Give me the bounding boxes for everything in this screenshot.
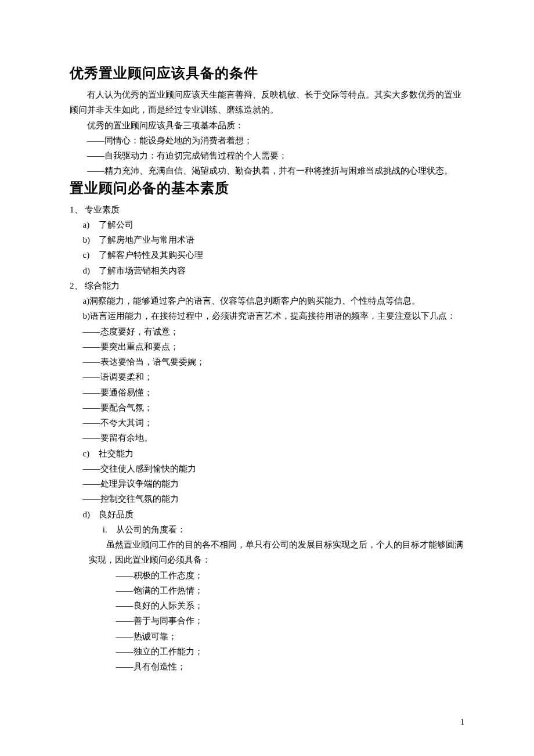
social-point-2: ——处理异议争端的能力 [70,476,464,491]
item-1a: a)了解公司 [70,217,464,232]
lang-point-4: ——语调要柔和； [70,369,464,384]
trait-3: ——良好的人际关系； [70,598,464,613]
item-1c: c)了解客户特性及其购买心理 [70,247,464,262]
trait-2: ——饱满的工作热情； [70,583,464,598]
heading-conditions: 优秀置业顾问应该具备的条件 [70,64,464,82]
trait-7: ——具有创造性； [70,659,464,674]
trait-1: ——积极的工作态度； [70,568,464,583]
item-1b: b)了解房地产业与常用术语 [70,232,464,247]
label-b: b) [83,311,91,321]
lang-point-6: ——要配合气氛； [70,400,464,415]
item-2d-i-text: 从公司的角度看： [116,525,186,534]
social-point-3: ——控制交往气氛的能力 [70,491,464,506]
lang-point-3: ——表达要恰当，语气要委婉； [70,354,464,369]
lang-point-5: ——要通俗易懂； [70,385,464,400]
item-2d-text: 良好品质 [99,510,134,519]
label-a: a) [83,217,99,232]
quality-self-drive: ——自我驱动力：有迫切完成销售过程的个人需要； [70,148,464,163]
label-a: a) [83,296,90,305]
item-2d: d)良好品质 [70,507,464,522]
item-2c: c)社交能力 [70,446,464,461]
intro-paragraph-2: 优秀的置业顾问应该具备三项基本品质： [70,118,464,133]
item-1-professional: 1、 专业素质 [70,202,464,217]
lang-point-7: ——不夸大其词； [70,415,464,430]
trait-6: ——独立的工作能力； [70,644,464,659]
intro-paragraph-1: 有人认为优秀的置业顾问应该天生能言善辩、反映机敏、长于交际等特点。其实大多数优秀… [70,87,464,118]
lang-point-8: ——要留有余地。 [70,430,464,445]
item-2a-text: 洞察能力，能够通过客户的语言、仪容等信息判断客户的购买能力、个性特点等信息。 [89,296,420,305]
quality-sympathy: ——同情心：能设身处地的为消费者着想； [70,133,464,148]
item-2-comprehensive: 2、 综合能力 [70,278,464,293]
item-1c-text: 了解客户特性及其购买心理 [99,250,203,260]
label-c: c) [83,446,99,461]
quality-energy: ——精力充沛、充满自信、渴望成功、勤奋执着，并有一种将挫折与困难当成挑战的心理状… [70,163,464,178]
item-1b-text: 了解房地产业与常用术语 [99,235,194,244]
document-page: 优秀置业顾问应该具备的条件 有人认为优秀的置业顾问应该天生能言善辩、反映机敏、长… [0,0,534,756]
item-2d-i: i.从公司的角度看： [70,522,464,537]
heading-basic-qualities: 置业顾问必备的基本素质 [70,179,464,197]
label-b: b) [83,232,99,247]
social-point-1: ——交往使人感到愉快的能力 [70,461,464,476]
company-view-paragraph: 虽然置业顾问工作的目的各不相同，单只有公司的发展目标实现之后，个人的目标才能够圆… [70,537,464,568]
item-2b: b)语言运用能力，在接待过程中，必须讲究语言艺术，提高接待用语的频率，主要注意以… [70,308,464,323]
item-1d-text: 了解市场营销相关内容 [99,266,186,275]
label-d: d) [83,263,99,278]
item-1d: d)了解市场营销相关内容 [70,263,464,278]
lang-point-2: ——要突出重点和要点； [70,339,464,354]
lang-point-1: ——态度要好，有诚意； [70,324,464,339]
trait-5: ——热诚可靠； [70,629,464,644]
item-2a: a)洞察能力，能够通过客户的语言、仪容等信息判断客户的购买能力、个性特点等信息。 [70,293,464,308]
page-number: 1 [460,718,464,727]
item-2c-text: 社交能力 [99,449,134,458]
label-i: i. [94,522,116,537]
trait-4: ——善于与同事合作； [70,613,464,628]
item-2b-text: 语言运用能力，在接待过程中，必须讲究语言艺术，提高接待用语的频率，主要注意以下几… [90,311,456,321]
label-d: d) [83,507,99,522]
label-c: c) [83,247,99,262]
item-1a-text: 了解公司 [99,220,134,229]
